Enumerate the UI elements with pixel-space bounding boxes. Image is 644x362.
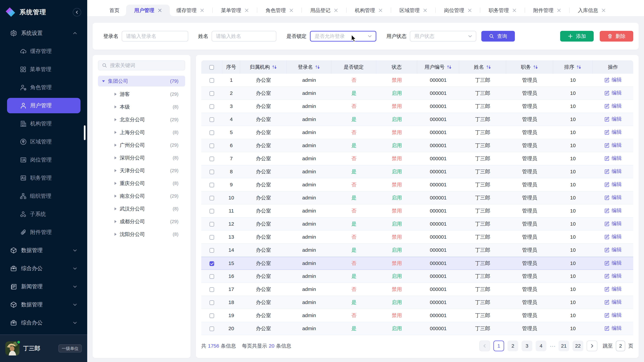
row-checkbox[interactable] [210, 143, 214, 148]
tree-node-沈阳分公司[interactable]: 沈阳分公司(8) [98, 228, 185, 241]
tree-node-重庆分公司[interactable]: 重庆分公司(8) [98, 177, 185, 190]
close-icon[interactable] [423, 8, 427, 12]
caret-right-icon[interactable] [114, 105, 117, 109]
next-page-button[interactable] [587, 341, 598, 351]
edit-link[interactable]: 编辑 [604, 220, 622, 227]
select-all-checkbox[interactable] [209, 65, 214, 70]
column-header-职务[interactable]: 职务 [506, 60, 553, 74]
caret-right-icon[interactable] [114, 92, 117, 96]
caret-right-icon[interactable] [114, 156, 117, 160]
row-checkbox[interactable] [210, 170, 214, 174]
caret-right-icon[interactable] [114, 207, 117, 211]
close-icon[interactable] [557, 8, 561, 12]
sidebar-collapse-button[interactable] [73, 8, 81, 16]
sidebar-item-岗位管理[interactable]: 岗位管理 [0, 151, 87, 169]
column-header-归属机构[interactable]: 归属机构 [240, 60, 287, 74]
tree-node-广州分公司[interactable]: 广州分公司(29) [98, 139, 185, 151]
tab-角色管理[interactable]: 角色管理 [259, 5, 300, 16]
sidebar-item-用户管理[interactable]: 用户管理 [7, 98, 80, 113]
sidebar-user-panel[interactable]: 丁三郎 一级单位 [0, 335, 87, 362]
tree-node-本级[interactable]: 本级(8) [98, 100, 185, 113]
column-header-排序[interactable]: 排序 [553, 60, 593, 74]
add-button[interactable]: 添加 [560, 31, 594, 41]
sidebar-item-区域管理[interactable]: 区域管理 [0, 133, 87, 151]
search-button[interactable]: 查询 [481, 31, 515, 41]
tab-首页[interactable]: 首页 [103, 5, 126, 16]
page-button-22[interactable]: 22 [572, 341, 583, 351]
edit-link[interactable]: 编辑 [604, 273, 622, 279]
close-icon[interactable] [602, 8, 606, 12]
caret-right-icon[interactable] [114, 131, 117, 134]
close-icon[interactable] [158, 8, 162, 12]
page-button-1[interactable]: 1 [494, 341, 504, 351]
sidebar-scrollbar-thumb[interactable] [84, 125, 86, 140]
sidebar-item-菜单管理[interactable]: 菜单管理 [0, 60, 87, 78]
row-checkbox[interactable] [210, 313, 214, 318]
locked-select[interactable]: 是否允许登录 [310, 31, 376, 41]
tree-node-上海分公司[interactable]: 上海分公司(8) [98, 126, 185, 139]
sidebar-item-子系统[interactable]: 子系统 [0, 205, 87, 223]
tree-node-深圳分公司[interactable]: 深圳分公司(8) [98, 151, 185, 164]
edit-link[interactable]: 编辑 [604, 286, 622, 293]
row-checkbox[interactable] [210, 287, 214, 292]
edit-link[interactable]: 编辑 [604, 89, 622, 96]
caret-right-icon[interactable] [114, 169, 117, 172]
caret-down-icon[interactable] [102, 80, 105, 83]
column-header-姓名[interactable]: 姓名 [459, 60, 506, 74]
tab-岗位管理[interactable]: 岗位管理 [438, 5, 478, 16]
row-checkbox[interactable] [210, 274, 214, 279]
row-checkbox[interactable] [210, 196, 214, 200]
row-checkbox[interactable] [210, 261, 214, 266]
caret-right-icon[interactable] [114, 233, 117, 236]
close-icon[interactable] [334, 8, 338, 12]
edit-link[interactable]: 编辑 [604, 116, 622, 122]
sidebar-item-机构管理[interactable]: 机构管理 [0, 115, 87, 133]
tab-附件管理[interactable]: 附件管理 [526, 5, 568, 16]
edit-link[interactable]: 编辑 [604, 155, 622, 162]
row-checkbox[interactable] [210, 157, 214, 161]
caret-right-icon[interactable] [114, 182, 117, 185]
tree-search-input[interactable]: 搜索关键词 [98, 60, 185, 70]
jump-page-input[interactable]: 2 [616, 341, 625, 351]
page-button-21[interactable]: 21 [558, 341, 569, 351]
name-input[interactable] [212, 31, 276, 41]
edit-link[interactable]: 编辑 [604, 103, 622, 109]
login-name-input[interactable] [122, 31, 188, 41]
row-checkbox[interactable] [210, 104, 214, 109]
tree-node-天津分公司[interactable]: 天津分公司(29) [98, 164, 185, 177]
row-checkbox[interactable] [210, 209, 214, 214]
tree-node-武汉分公司[interactable]: 武汉分公司(8) [98, 202, 185, 215]
tree-node-北京分公司[interactable]: 北京分公司(29) [98, 113, 185, 126]
caret-right-icon[interactable] [114, 220, 117, 223]
edit-link[interactable]: 编辑 [604, 194, 622, 201]
caret-right-icon[interactable] [114, 143, 117, 147]
tab-菜单管理[interactable]: 菜单管理 [214, 5, 255, 16]
edit-link[interactable]: 编辑 [604, 129, 622, 136]
close-icon[interactable] [200, 8, 204, 12]
row-checkbox[interactable] [210, 300, 214, 305]
edit-link[interactable]: 编辑 [604, 246, 622, 253]
tab-用户管理[interactable]: 用户管理 [126, 5, 170, 16]
row-checkbox[interactable] [210, 130, 214, 135]
row-checkbox[interactable] [210, 248, 214, 253]
row-checkbox[interactable] [210, 222, 214, 227]
sidebar-item-组织管理[interactable]: 组织管理 [0, 187, 87, 205]
sidebar-item-缓存管理[interactable]: 缓存管理 [0, 42, 87, 60]
column-header-用户编号[interactable]: 用户编号 [417, 60, 459, 74]
row-checkbox[interactable] [210, 327, 214, 331]
tree-node-root[interactable]: 集团公司 (79) [98, 76, 185, 86]
sidebar-item-角色管理[interactable]: 角色管理 [0, 78, 87, 96]
tab-职务管理[interactable]: 职务管理 [482, 5, 523, 16]
close-icon[interactable] [468, 8, 472, 12]
edit-link[interactable]: 编辑 [604, 325, 622, 332]
row-checkbox[interactable] [210, 78, 214, 83]
close-icon[interactable] [245, 8, 248, 12]
edit-link[interactable]: 编辑 [604, 76, 622, 83]
tab-缓存管理[interactable]: 缓存管理 [170, 5, 211, 16]
tab-入库信息[interactable]: 入库信息 [571, 5, 612, 16]
edit-link[interactable]: 编辑 [604, 233, 622, 240]
row-checkbox[interactable] [210, 117, 214, 122]
tree-node-游客[interactable]: 游客(29) [98, 88, 185, 100]
tree-node-南京分公司[interactable]: 南京分公司(29) [98, 190, 185, 202]
sidebar-item-附件管理[interactable]: 附件管理 [0, 223, 87, 241]
